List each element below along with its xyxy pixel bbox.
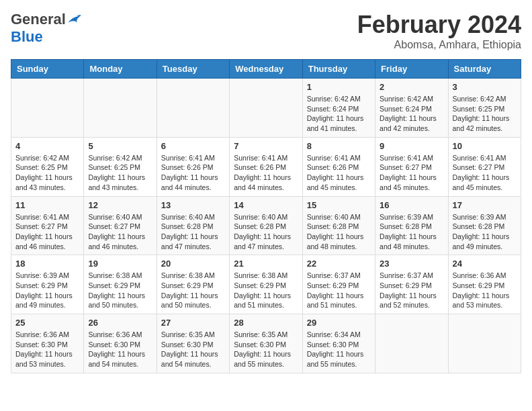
day-info: Sunrise: 6:39 AMSunset: 6:28 PMDaylight:… (380, 212, 443, 252)
calendar-cell (11, 79, 84, 138)
calendar-cell: 20Sunrise: 6:38 AMSunset: 6:29 PMDayligh… (157, 255, 229, 314)
day-info: Sunrise: 6:41 AMSunset: 6:26 PMDaylight:… (161, 153, 225, 193)
day-info: Sunrise: 6:41 AMSunset: 6:26 PMDaylight:… (234, 153, 298, 193)
day-info: Sunrise: 6:35 AMSunset: 6:30 PMDaylight:… (161, 330, 225, 369)
calendar-header-wednesday: Wednesday (230, 60, 302, 79)
calendar-header-thursday: Thursday (302, 60, 375, 79)
day-info: Sunrise: 6:40 AMSunset: 6:27 PMDaylight:… (88, 212, 152, 252)
calendar-header-tuesday: Tuesday (157, 60, 229, 79)
day-number: 23 (380, 259, 443, 269)
logo-blue: Blue (11, 28, 43, 46)
logo-general: General (11, 11, 66, 28)
day-info: Sunrise: 6:38 AMSunset: 6:29 PMDaylight:… (161, 271, 225, 310)
day-info: Sunrise: 6:42 AMSunset: 6:24 PMDaylight:… (380, 94, 443, 134)
calendar-cell (230, 79, 302, 138)
day-info: Sunrise: 6:41 AMSunset: 6:26 PMDaylight:… (307, 153, 371, 193)
day-number: 15 (307, 200, 371, 210)
calendar-cell: 9Sunrise: 6:41 AMSunset: 6:27 PMDaylight… (375, 137, 448, 196)
day-info: Sunrise: 6:40 AMSunset: 6:28 PMDaylight:… (234, 212, 298, 252)
day-info: Sunrise: 6:36 AMSunset: 6:30 PMDaylight:… (15, 330, 79, 369)
day-number: 27 (161, 318, 225, 328)
day-info: Sunrise: 6:42 AMSunset: 6:24 PMDaylight:… (307, 94, 371, 134)
day-number: 16 (380, 200, 443, 210)
day-info: Sunrise: 6:42 AMSunset: 6:25 PMDaylight:… (453, 94, 517, 134)
day-info: Sunrise: 6:41 AMSunset: 6:27 PMDaylight:… (453, 153, 517, 193)
calendar-header-monday: Monday (84, 60, 157, 79)
calendar-week-3: 11Sunrise: 6:41 AMSunset: 6:27 PMDayligh… (11, 196, 521, 255)
calendar-cell: 21Sunrise: 6:38 AMSunset: 6:29 PMDayligh… (230, 255, 302, 314)
day-info: Sunrise: 6:37 AMSunset: 6:29 PMDaylight:… (380, 271, 443, 310)
calendar-cell: 16Sunrise: 6:39 AMSunset: 6:28 PMDayligh… (375, 196, 448, 255)
calendar-week-2: 4Sunrise: 6:42 AMSunset: 6:25 PMDaylight… (11, 137, 521, 196)
calendar-cell: 2Sunrise: 6:42 AMSunset: 6:24 PMDaylight… (375, 79, 448, 138)
calendar-cell: 18Sunrise: 6:39 AMSunset: 6:29 PMDayligh… (11, 255, 84, 314)
calendar-cell: 19Sunrise: 6:38 AMSunset: 6:29 PMDayligh… (84, 255, 157, 314)
logo: General Blue (11, 11, 82, 46)
day-number: 24 (453, 259, 517, 269)
calendar-title: February 2024 (357, 11, 521, 39)
day-info: Sunrise: 6:37 AMSunset: 6:29 PMDaylight:… (307, 271, 371, 310)
calendar-cell: 6Sunrise: 6:41 AMSunset: 6:26 PMDaylight… (157, 137, 229, 196)
calendar-cell: 3Sunrise: 6:42 AMSunset: 6:25 PMDaylight… (448, 79, 521, 138)
calendar-cell (157, 79, 229, 138)
calendar-cell: 25Sunrise: 6:36 AMSunset: 6:30 PMDayligh… (11, 314, 84, 373)
day-number: 18 (15, 259, 79, 269)
calendar-cell: 22Sunrise: 6:37 AMSunset: 6:29 PMDayligh… (302, 255, 375, 314)
day-info: Sunrise: 6:34 AMSunset: 6:30 PMDaylight:… (307, 330, 371, 369)
day-number: 3 (453, 82, 517, 92)
title-area: February 2024 Abomsa, Amhara, Ethiopia (357, 11, 521, 51)
day-number: 10 (453, 141, 517, 151)
day-number: 25 (15, 318, 79, 328)
day-number: 4 (15, 141, 79, 151)
calendar-week-4: 18Sunrise: 6:39 AMSunset: 6:29 PMDayligh… (11, 255, 521, 314)
day-number: 21 (234, 259, 298, 269)
calendar-cell: 24Sunrise: 6:36 AMSunset: 6:29 PMDayligh… (448, 255, 521, 314)
day-number: 26 (88, 318, 152, 328)
calendar-cell: 5Sunrise: 6:42 AMSunset: 6:25 PMDaylight… (84, 137, 157, 196)
day-number: 5 (88, 141, 152, 151)
calendar-cell: 15Sunrise: 6:40 AMSunset: 6:28 PMDayligh… (302, 196, 375, 255)
calendar-header-row: SundayMondayTuesdayWednesdayThursdayFrid… (11, 60, 521, 79)
calendar-cell: 23Sunrise: 6:37 AMSunset: 6:29 PMDayligh… (375, 255, 448, 314)
day-number: 20 (161, 259, 225, 269)
day-info: Sunrise: 6:38 AMSunset: 6:29 PMDaylight:… (88, 271, 152, 310)
calendar-header-sunday: Sunday (11, 60, 84, 79)
day-info: Sunrise: 6:42 AMSunset: 6:25 PMDaylight:… (88, 153, 152, 193)
calendar-week-5: 25Sunrise: 6:36 AMSunset: 6:30 PMDayligh… (11, 314, 521, 373)
calendar-cell (448, 314, 521, 373)
calendar-cell (84, 79, 157, 138)
calendar-cell: 7Sunrise: 6:41 AMSunset: 6:26 PMDaylight… (230, 137, 302, 196)
calendar-cell: 8Sunrise: 6:41 AMSunset: 6:26 PMDaylight… (302, 137, 375, 196)
day-info: Sunrise: 6:42 AMSunset: 6:25 PMDaylight:… (15, 153, 79, 193)
calendar-header-saturday: Saturday (448, 60, 521, 79)
calendar-cell: 10Sunrise: 6:41 AMSunset: 6:27 PMDayligh… (448, 137, 521, 196)
calendar-cell: 29Sunrise: 6:34 AMSunset: 6:30 PMDayligh… (302, 314, 375, 373)
day-info: Sunrise: 6:36 AMSunset: 6:30 PMDaylight:… (88, 330, 152, 369)
calendar-week-1: 1Sunrise: 6:42 AMSunset: 6:24 PMDaylight… (11, 79, 521, 138)
day-number: 6 (161, 141, 225, 151)
calendar-cell (375, 314, 448, 373)
calendar-cell: 14Sunrise: 6:40 AMSunset: 6:28 PMDayligh… (230, 196, 302, 255)
day-number: 28 (234, 318, 298, 328)
page-header: General Blue February 2024 Abomsa, Amhar… (11, 11, 521, 51)
calendar-cell: 17Sunrise: 6:39 AMSunset: 6:28 PMDayligh… (448, 196, 521, 255)
day-number: 13 (161, 200, 225, 210)
calendar-header-friday: Friday (375, 60, 448, 79)
day-number: 17 (453, 200, 517, 210)
day-number: 19 (88, 259, 152, 269)
day-info: Sunrise: 6:41 AMSunset: 6:27 PMDaylight:… (15, 212, 79, 252)
day-info: Sunrise: 6:36 AMSunset: 6:29 PMDaylight:… (453, 271, 517, 310)
day-number: 12 (88, 200, 152, 210)
calendar-cell: 27Sunrise: 6:35 AMSunset: 6:30 PMDayligh… (157, 314, 229, 373)
calendar-cell: 11Sunrise: 6:41 AMSunset: 6:27 PMDayligh… (11, 196, 84, 255)
day-info: Sunrise: 6:35 AMSunset: 6:30 PMDaylight:… (234, 330, 298, 369)
day-number: 22 (307, 259, 371, 269)
calendar-cell: 26Sunrise: 6:36 AMSunset: 6:30 PMDayligh… (84, 314, 157, 373)
calendar-cell: 12Sunrise: 6:40 AMSunset: 6:27 PMDayligh… (84, 196, 157, 255)
calendar-cell: 4Sunrise: 6:42 AMSunset: 6:25 PMDaylight… (11, 137, 84, 196)
day-number: 8 (307, 141, 371, 151)
day-number: 14 (234, 200, 298, 210)
calendar-table: SundayMondayTuesdayWednesdayThursdayFrid… (11, 59, 521, 373)
day-info: Sunrise: 6:40 AMSunset: 6:28 PMDaylight:… (161, 212, 225, 252)
day-info: Sunrise: 6:41 AMSunset: 6:27 PMDaylight:… (380, 153, 443, 193)
